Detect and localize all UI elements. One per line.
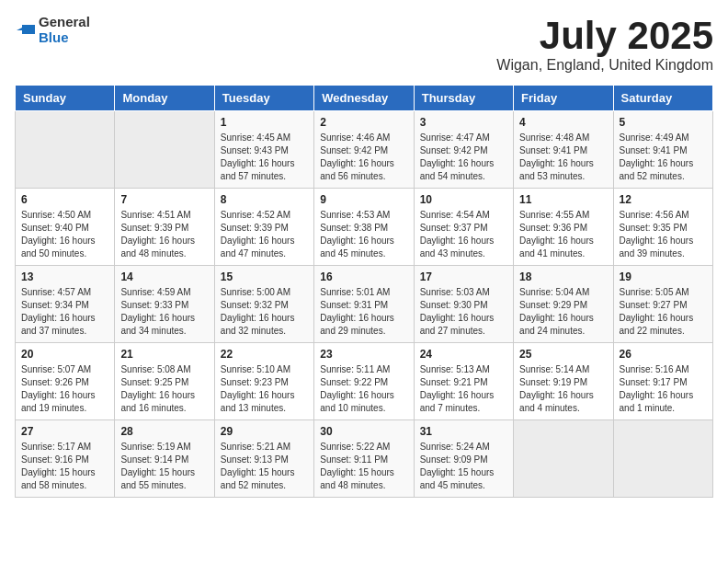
day-number: 22	[221, 348, 308, 361]
day-number: 26	[620, 348, 707, 361]
calendar-cell: 4Sunrise: 4:48 AMSunset: 9:41 PMDaylight…	[514, 111, 613, 189]
cell-info: Sunrise: 5:11 AMSunset: 9:22 PMDaylight:…	[320, 363, 407, 415]
calendar-cell: 5Sunrise: 4:49 AMSunset: 9:41 PMDaylight…	[613, 111, 712, 189]
weekday-header-thursday: Thursday	[414, 86, 513, 111]
day-number: 1	[221, 116, 308, 129]
cell-info: Sunrise: 4:57 AMSunset: 9:34 PMDaylight:…	[21, 286, 108, 338]
cell-info: Sunrise: 5:22 AMSunset: 9:11 PMDaylight:…	[320, 441, 407, 492]
calendar-cell: 19Sunrise: 5:05 AMSunset: 9:27 PMDayligh…	[613, 266, 712, 343]
day-number: 16	[320, 270, 407, 283]
calendar-cell: 18Sunrise: 5:04 AMSunset: 9:29 PMDayligh…	[514, 266, 613, 343]
cell-info: Sunrise: 4:54 AMSunset: 9:37 PMDaylight:…	[420, 209, 507, 260]
calendar-cell: 15Sunrise: 5:00 AMSunset: 9:32 PMDayligh…	[214, 266, 313, 343]
calendar-cell: 26Sunrise: 5:16 AMSunset: 9:17 PMDayligh…	[613, 343, 712, 420]
cell-info: Sunrise: 5:10 AMSunset: 9:23 PMDaylight:…	[221, 363, 308, 415]
calendar-cell: 29Sunrise: 5:21 AMSunset: 9:13 PMDayligh…	[214, 420, 313, 498]
calendar-cell: 27Sunrise: 5:17 AMSunset: 9:16 PMDayligh…	[16, 420, 115, 498]
day-number: 15	[221, 270, 308, 283]
calendar-cell: 8Sunrise: 4:52 AMSunset: 9:39 PMDaylight…	[214, 189, 313, 266]
day-number: 27	[21, 425, 108, 438]
day-number: 2	[320, 116, 407, 129]
cell-info: Sunrise: 4:55 AMSunset: 9:36 PMDaylight:…	[519, 209, 607, 260]
calendar-cell	[115, 111, 214, 189]
weekday-header-monday: Monday	[115, 86, 214, 111]
calendar-cell: 25Sunrise: 5:14 AMSunset: 9:19 PMDayligh…	[514, 343, 613, 420]
cell-info: Sunrise: 5:08 AMSunset: 9:25 PMDaylight:…	[120, 363, 208, 415]
day-number: 19	[620, 270, 707, 283]
header: General Blue July 2025 Wigan, England, U…	[15, 15, 713, 74]
calendar-cell: 9Sunrise: 4:53 AMSunset: 9:38 PMDaylight…	[314, 189, 414, 266]
calendar-cell: 2Sunrise: 4:46 AMSunset: 9:42 PMDaylight…	[314, 111, 414, 189]
weekday-header-wednesday: Wednesday	[314, 86, 414, 111]
svg-marker-0	[17, 25, 35, 34]
day-number: 11	[519, 193, 607, 206]
title-area: July 2025 Wigan, England, United Kingdom	[496, 15, 713, 74]
day-number: 23	[320, 348, 407, 361]
week-row-1: 1Sunrise: 4:45 AMSunset: 9:43 PMDaylight…	[16, 111, 713, 189]
day-number: 8	[221, 193, 308, 206]
cell-info: Sunrise: 4:45 AMSunset: 9:43 PMDaylight:…	[221, 132, 308, 183]
day-number: 24	[420, 348, 507, 361]
cell-info: Sunrise: 5:21 AMSunset: 9:13 PMDaylight:…	[221, 441, 308, 492]
logo-bird-icon	[15, 21, 35, 41]
day-number: 4	[519, 116, 607, 129]
month-title: July 2025	[496, 15, 713, 57]
calendar-cell: 16Sunrise: 5:01 AMSunset: 9:31 PMDayligh…	[314, 266, 414, 343]
day-number: 21	[120, 348, 208, 361]
cell-info: Sunrise: 5:04 AMSunset: 9:29 PMDaylight:…	[519, 286, 607, 338]
cell-info: Sunrise: 4:53 AMSunset: 9:38 PMDaylight:…	[320, 209, 407, 260]
cell-info: Sunrise: 4:46 AMSunset: 9:42 PMDaylight:…	[320, 132, 407, 183]
calendar-cell: 31Sunrise: 5:24 AMSunset: 9:09 PMDayligh…	[414, 420, 513, 498]
calendar-cell	[613, 420, 712, 498]
day-number: 14	[120, 270, 208, 283]
day-number: 18	[519, 270, 607, 283]
location-title: Wigan, England, United Kingdom	[496, 57, 713, 74]
weekday-header-sunday: Sunday	[16, 86, 115, 111]
calendar-cell: 21Sunrise: 5:08 AMSunset: 9:25 PMDayligh…	[115, 343, 214, 420]
weekday-header-row: SundayMondayTuesdayWednesdayThursdayFrid…	[16, 86, 713, 111]
calendar-cell: 22Sunrise: 5:10 AMSunset: 9:23 PMDayligh…	[214, 343, 313, 420]
logo-wrap: General Blue	[15, 15, 90, 45]
calendar-cell: 17Sunrise: 5:03 AMSunset: 9:30 PMDayligh…	[414, 266, 513, 343]
calendar-cell: 13Sunrise: 4:57 AMSunset: 9:34 PMDayligh…	[16, 266, 115, 343]
calendar-cell: 11Sunrise: 4:55 AMSunset: 9:36 PMDayligh…	[514, 189, 613, 266]
calendar-cell: 28Sunrise: 5:19 AMSunset: 9:14 PMDayligh…	[115, 420, 214, 498]
cell-info: Sunrise: 5:00 AMSunset: 9:32 PMDaylight:…	[221, 286, 308, 338]
weekday-header-tuesday: Tuesday	[214, 86, 313, 111]
cell-info: Sunrise: 5:14 AMSunset: 9:19 PMDaylight:…	[519, 363, 607, 415]
day-number: 30	[320, 425, 407, 438]
day-number: 3	[420, 116, 507, 129]
day-number: 29	[221, 425, 308, 438]
cell-info: Sunrise: 4:56 AMSunset: 9:35 PMDaylight:…	[620, 209, 707, 260]
cell-info: Sunrise: 5:05 AMSunset: 9:27 PMDaylight:…	[620, 286, 707, 338]
calendar-cell: 30Sunrise: 5:22 AMSunset: 9:11 PMDayligh…	[314, 420, 414, 498]
weekday-header-friday: Friday	[514, 86, 613, 111]
cell-info: Sunrise: 4:59 AMSunset: 9:33 PMDaylight:…	[120, 286, 208, 338]
calendar-cell: 12Sunrise: 4:56 AMSunset: 9:35 PMDayligh…	[613, 189, 712, 266]
calendar-cell: 6Sunrise: 4:50 AMSunset: 9:40 PMDaylight…	[16, 189, 115, 266]
calendar-cell: 7Sunrise: 4:51 AMSunset: 9:39 PMDaylight…	[115, 189, 214, 266]
cell-info: Sunrise: 5:03 AMSunset: 9:30 PMDaylight:…	[420, 286, 507, 338]
calendar-table: SundayMondayTuesdayWednesdayThursdayFrid…	[15, 85, 713, 498]
cell-info: Sunrise: 5:19 AMSunset: 9:14 PMDaylight:…	[120, 441, 208, 492]
cell-info: Sunrise: 5:17 AMSunset: 9:16 PMDaylight:…	[21, 441, 108, 492]
cell-info: Sunrise: 4:50 AMSunset: 9:40 PMDaylight:…	[21, 209, 108, 260]
day-number: 17	[420, 270, 507, 283]
cell-info: Sunrise: 4:48 AMSunset: 9:41 PMDaylight:…	[519, 132, 607, 183]
day-number: 25	[519, 348, 607, 361]
calendar-cell	[514, 420, 613, 498]
weekday-header-saturday: Saturday	[613, 86, 712, 111]
cell-info: Sunrise: 4:52 AMSunset: 9:39 PMDaylight:…	[221, 209, 308, 260]
calendar-cell: 24Sunrise: 5:13 AMSunset: 9:21 PMDayligh…	[414, 343, 513, 420]
calendar-cell: 3Sunrise: 4:47 AMSunset: 9:42 PMDaylight…	[414, 111, 513, 189]
cell-info: Sunrise: 4:47 AMSunset: 9:42 PMDaylight:…	[420, 132, 507, 183]
logo-blue: Blue	[39, 30, 90, 46]
day-number: 12	[620, 193, 707, 206]
cell-info: Sunrise: 5:16 AMSunset: 9:17 PMDaylight:…	[620, 363, 707, 415]
cell-info: Sunrise: 5:07 AMSunset: 9:26 PMDaylight:…	[21, 363, 108, 415]
calendar-cell: 1Sunrise: 4:45 AMSunset: 9:43 PMDaylight…	[214, 111, 313, 189]
day-number: 10	[420, 193, 507, 206]
cell-info: Sunrise: 5:01 AMSunset: 9:31 PMDaylight:…	[320, 286, 407, 338]
calendar-cell: 23Sunrise: 5:11 AMSunset: 9:22 PMDayligh…	[314, 343, 414, 420]
cell-info: Sunrise: 5:24 AMSunset: 9:09 PMDaylight:…	[420, 441, 507, 492]
